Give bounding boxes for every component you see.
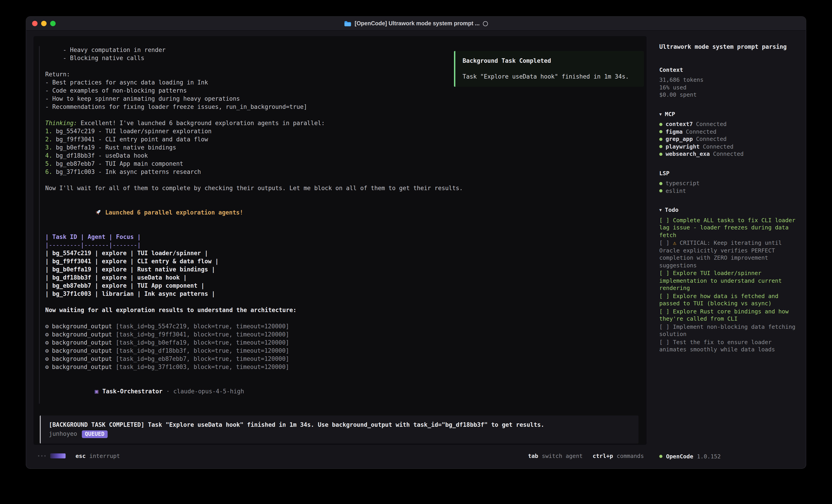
zoom-button[interactable] (50, 21, 56, 26)
window-title: [OpenCode] Ultrawork mode system prompt … (355, 20, 480, 27)
todo-checkbox: [ ] (659, 217, 673, 223)
mcp-server-name: grep_app (666, 136, 693, 143)
message-author: junhoyeo (49, 430, 77, 437)
todo-section: ▼Todo [ ] Complete ALL tasks to fix CLI … (659, 206, 800, 354)
tool-call-list: ⚙background_output[task_id=bg_5547c219, … (45, 323, 636, 371)
conversation-pane[interactable]: - Heavy computation in render - Blocking… (33, 36, 647, 445)
list-text: bg_df18bb3f - useData hook (52, 152, 148, 159)
window-title-group: [OpenCode] Ultrawork mode system prompt … (344, 20, 488, 27)
agent-box-icon: ▣ (95, 388, 98, 395)
list-number: 4. (45, 152, 52, 159)
lsp-server-item: eslint (659, 187, 800, 195)
mcp-section-header[interactable]: ▼MCP (659, 110, 800, 118)
agent-list-item: 6. bg_37f1c003 - Ink async patterns rese… (45, 168, 636, 176)
mcp-server-item: figmaConnected (659, 128, 800, 136)
todo-checkbox: [ ] (659, 323, 673, 330)
todo-item: [ ] Complete ALL tasks to fix CLI loader… (659, 217, 800, 239)
todo-checkbox: [ ] (659, 308, 673, 314)
tool-name: background_output (52, 347, 112, 354)
gear-icon: ⚙ (45, 347, 49, 354)
record-circle-icon (483, 21, 488, 26)
todo-checkbox: [ ] (659, 338, 673, 345)
todo-text: Test the fix to ensure loader animates s… (659, 338, 775, 353)
tool-args: [task_id=bg_b0effa19, block=true, timeou… (116, 339, 289, 346)
agent-list-item: 3. bg_b0effa19 - Rust native bindings (45, 144, 636, 152)
table-separator: |---------|-------|-------| (45, 241, 636, 249)
status-bar-left: escinterrupt (38, 452, 120, 459)
traffic-lights (32, 17, 56, 30)
list-number: 2. (45, 136, 52, 143)
esc-hint: escinterrupt (76, 452, 120, 459)
system-message-meta: junhoyeoQUEUED (49, 430, 630, 438)
mcp-server-item: websearch_exaConnected (659, 150, 800, 158)
gear-icon: ⚙ (45, 331, 49, 338)
agent-id-list: 1. bg_5547c219 - TUI loader/spinner expl… (45, 128, 636, 176)
toast-body: Task "Explore useData hook" finished in … (463, 73, 636, 81)
list-number: 1. (45, 128, 52, 135)
mcp-server-item: playwrightConnected (659, 143, 800, 150)
mcp-server-name: figma (666, 128, 682, 136)
ctrlp-key: ctrl+p (593, 452, 613, 459)
mcp-server-status: Connected (696, 120, 726, 128)
commands-label: commands (617, 452, 644, 459)
esc-key: esc (76, 452, 86, 459)
lsp-server-item: typescript (659, 180, 800, 187)
chevron-down-icon: ▼ (659, 206, 662, 214)
main-column: - Heavy computation in render - Blocking… (26, 31, 653, 468)
todo-section-header[interactable]: ▼Todo (659, 206, 800, 214)
toast-title: Background Task Completed (463, 57, 636, 65)
status-dot-icon (659, 152, 662, 156)
todo-item: [ ] Implement non-blocking data fetching… (659, 323, 800, 338)
tool-name: background_output (52, 364, 112, 370)
tool-call-line: ⚙background_output[task_id=bg_5547c219, … (45, 323, 636, 331)
agent-status-line: ▣Task-Orchestrator·claude-opus-4-5-high (45, 380, 636, 404)
tab-label: switch agent (542, 452, 583, 459)
gear-icon: ⚙ (45, 356, 49, 362)
mcp-server-name: websearch_exa (666, 150, 710, 158)
status-dot-icon (659, 130, 662, 134)
background-task-toast[interactable]: Background Task Completed Task "Explore … (454, 51, 644, 87)
app-version: 1.0.152 (697, 453, 721, 460)
wait-paragraph: Now I'll wait for all of them to complet… (45, 184, 636, 192)
model-name: claude-opus-4-5-high (174, 388, 244, 395)
agent-list-item: 1. bg_5547c219 - TUI loader/spinner expl… (45, 128, 636, 136)
lsp-server-name: eslint (666, 187, 686, 195)
mcp-server-status: Connected (686, 128, 716, 136)
waiting-line: Now waiting for all exploration results … (45, 306, 636, 314)
table-row: | bg_eb87ebb7 | explore | TUI App compon… (45, 282, 636, 290)
close-button[interactable] (32, 21, 37, 26)
tab-hint: tabswitch agent (528, 452, 582, 459)
todo-item: [ ] Explore Rust core bindings and how t… (659, 308, 800, 323)
todo-text: Explore TUI loader/spinner implementatio… (659, 270, 785, 291)
todo-item: [ ] Test the fix to ensure loader animat… (659, 338, 800, 354)
todo-text: Complete ALL tasks to fix CLI loader lag… (659, 217, 799, 238)
mcp-server-name: context7 (666, 120, 693, 128)
list-number: 5. (45, 160, 52, 167)
tool-call-line: ⚙background_output[task_id=bg_eb87ebb7, … (45, 355, 636, 363)
minimize-button[interactable] (41, 21, 47, 26)
list-number: 6. (45, 168, 52, 175)
lsp-server-name: typescript (666, 180, 700, 187)
todo-item: [ ] ⚠ CRITICAL: Keep iterating until Ora… (659, 240, 800, 269)
tool-args: [task_id=bg_eb87ebb7, block=true, timeou… (116, 356, 289, 362)
separator-dot: · (166, 388, 170, 395)
mcp-server-item: grep_appConnected (659, 136, 800, 143)
tool-args: [task_id=bg_df18bb3f, block=true, timeou… (116, 347, 289, 354)
table-row: | bg_5547c219 | explore | TUI loader/spi… (45, 249, 636, 257)
tool-call-line: ⚙background_output[task_id=bg_37f1c003, … (45, 363, 636, 371)
list-text: bg_eb87ebb7 - TUI App main component (52, 160, 183, 167)
table-header: | Task ID | Agent | Focus | (45, 233, 636, 241)
table-row: | bg_df18bb3f | explore | useData hook | (45, 274, 636, 282)
tool-args: [task_id=bg_37f1c003, block=true, timeou… (116, 364, 289, 370)
list-text: bg_5547c219 - TUI loader/spinner explora… (52, 128, 211, 135)
lsp-section: LSP typescript eslint (659, 170, 800, 195)
todo-list: [ ] Complete ALL tasks to fix CLI loader… (659, 217, 800, 354)
launch-banner-text: Launched 6 parallel exploration agents! (105, 209, 243, 216)
gear-icon: ⚙ (45, 323, 49, 330)
tool-name: background_output (52, 339, 112, 346)
todo-checkbox: [ ] (659, 240, 673, 246)
table-row: | bg_37f1c003 | librarian | Ink async pa… (45, 290, 636, 298)
mcp-server-status: Connected (703, 143, 733, 150)
todo-label: Todo (665, 206, 678, 214)
lsp-server-list: typescript eslint (659, 180, 800, 195)
